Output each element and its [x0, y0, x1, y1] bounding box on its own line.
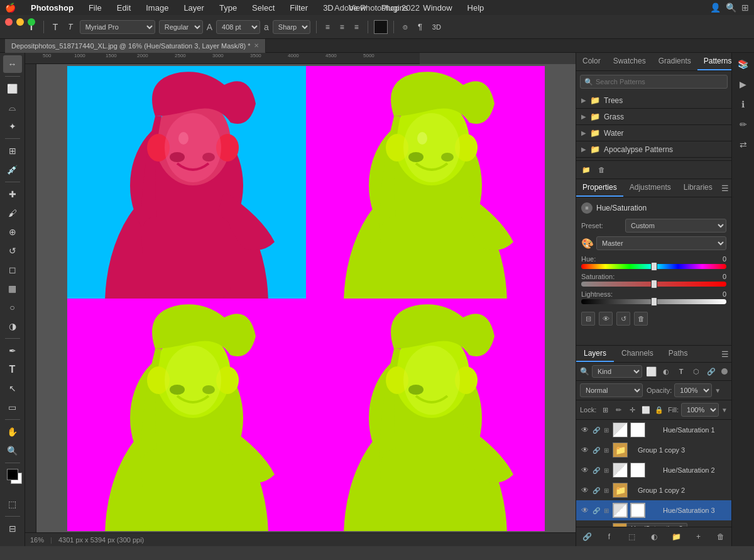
magic-wand-tool[interactable]: ✦ — [3, 118, 22, 135]
lock-all-button[interactable]: 🔒 — [654, 404, 664, 416]
align-left-button[interactable]: ≡ — [322, 21, 333, 33]
add-style-button[interactable]: f — [603, 530, 616, 544]
character-palette-button[interactable]: ¶ — [415, 20, 425, 33]
tab-paths[interactable]: Paths — [661, 346, 696, 362]
filter-shape-button[interactable]: ⬡ — [690, 365, 702, 378]
lock-move-button[interactable]: ✛ — [627, 404, 637, 416]
saturation-slider[interactable] — [581, 282, 726, 287]
3d-text-button[interactable]: 3D — [429, 21, 444, 33]
marquee-tool[interactable]: ⬜ — [3, 80, 22, 97]
filter-smart-button[interactable]: 🔗 — [705, 365, 718, 378]
layer-item[interactable]: 👁 🔗 ⊞ Hue/Saturation 3 Hue/Saturation 3 — [576, 500, 731, 520]
menu-edit[interactable]: Edit — [114, 2, 133, 14]
layer-visibility-toggle[interactable]: 👁 — [580, 505, 590, 515]
align-right-button[interactable]: ≡ — [351, 21, 362, 33]
align-center-button[interactable]: ≡ — [337, 21, 347, 33]
stamp-tool[interactable]: ⊕ — [3, 223, 22, 241]
layer-visibility-toggle[interactable]: 👁 — [580, 425, 590, 435]
layer-item[interactable]: 👁 🔗 ⊞ Hue/Saturation 2 — [576, 460, 731, 480]
filter-pixel-button[interactable]: ⬜ — [645, 365, 657, 378]
warp-text-button[interactable]: ⌾ — [400, 20, 411, 33]
layers-menu-button[interactable]: ☰ — [719, 346, 731, 362]
menu-window[interactable]: Window — [420, 2, 454, 14]
lock-position-button[interactable]: ✏ — [614, 404, 624, 416]
arrange-icon[interactable]: ⊞ — [741, 3, 749, 13]
new-adjustment-button[interactable]: ◐ — [647, 530, 661, 544]
clip-to-layer-button[interactable]: ⊟ — [581, 312, 595, 326]
delete-layer-button[interactable]: 🗑 — [714, 530, 728, 544]
move-tool[interactable]: ↔ — [3, 55, 22, 73]
layer-item[interactable]: 👁 🔗 ⊞ Hue/Saturation 1 — [576, 420, 731, 440]
document-tab[interactable]: Depositphotos_518717440_XL.jpg @ 16% (Hu… — [5, 39, 266, 53]
lock-artboard-button[interactable]: ⬜ — [641, 404, 651, 416]
font-style-button[interactable]: T — [65, 21, 75, 33]
path-select-tool[interactable]: ↖ — [3, 380, 22, 397]
tab-properties[interactable]: Properties — [576, 179, 623, 197]
screen-mode-button[interactable]: ⊟ — [3, 520, 22, 537]
layer-filter-select[interactable]: Kind — [592, 365, 642, 378]
tab-gradients[interactable]: Gradients — [652, 53, 697, 70]
lasso-tool[interactable]: ⌓ — [3, 99, 22, 116]
text-orient-button[interactable]: T — [50, 20, 62, 34]
eraser-tool[interactable]: ◻ — [3, 261, 22, 278]
text-color-swatch[interactable] — [374, 20, 388, 34]
tab-layers[interactable]: Layers — [576, 346, 614, 362]
expand-icon[interactable]: ⇄ — [735, 136, 752, 153]
menu-file[interactable]: File — [86, 2, 104, 14]
learn-icon[interactable]: 📚 — [735, 55, 752, 73]
patterns-new-folder[interactable]: 📁 — [580, 163, 593, 176]
crop-tool[interactable]: ⊞ — [3, 142, 22, 160]
edit-icon[interactable]: ✏ — [735, 116, 752, 133]
link-layers-button[interactable]: 🔗 — [580, 530, 594, 544]
tab-channels[interactable]: Channels — [614, 346, 661, 362]
info-icon[interactable]: ℹ — [735, 96, 752, 113]
zoom-button[interactable] — [28, 18, 35, 26]
filter-toggle[interactable] — [721, 368, 728, 375]
antialias-select[interactable]: Sharp — [273, 20, 310, 34]
props-menu-button[interactable]: ☰ — [719, 179, 731, 197]
shape-tool[interactable]: ▭ — [3, 398, 22, 416]
menu-photoshop[interactable]: Photoshop — [28, 2, 76, 14]
tab-swatches[interactable]: Swatches — [607, 53, 652, 70]
blend-mode-select[interactable]: Normal — [580, 383, 643, 397]
blur-tool[interactable]: ○ — [3, 299, 22, 316]
pattern-group-apocalypse-header[interactable]: ▶ 📁 Apocalypse Patterns — [576, 141, 731, 157]
quick-mask-button[interactable]: ⬚ — [3, 495, 22, 513]
user-icon[interactable]: 👤 — [710, 3, 721, 13]
search-input[interactable] — [580, 75, 728, 89]
pattern-group-trees-header[interactable]: ▶ 📁 Trees — [576, 92, 731, 108]
layer-item[interactable]: 👁 🔗 ⊞ 📁 Group 1 copy 2 — [576, 480, 731, 500]
filter-adjustment-button[interactable]: ◐ — [660, 365, 672, 378]
brush-tool[interactable]: 🖌 — [3, 204, 22, 222]
pattern-group-grass-header[interactable]: ▶ 📁 Grass — [576, 109, 731, 124]
hue-slider[interactable] — [581, 264, 726, 269]
tab-adjustments[interactable]: Adjustments — [623, 179, 677, 197]
channel-select[interactable]: Master — [596, 236, 726, 250]
menu-layer[interactable]: Layer — [181, 2, 207, 14]
menu-select[interactable]: Select — [249, 2, 277, 14]
layer-visibility-toggle[interactable]: 👁 — [580, 465, 590, 475]
font-style-select[interactable]: Regular — [159, 20, 203, 34]
eye-button[interactable]: 👁 — [599, 312, 613, 326]
new-layer-button[interactable]: + — [692, 530, 706, 544]
layer-visibility-toggle[interactable]: 👁 — [580, 445, 590, 455]
zoom-tool[interactable]: 🔍 — [3, 442, 22, 459]
canvas-viewport[interactable] — [36, 64, 576, 532]
new-group-button[interactable]: 📁 — [669, 530, 683, 544]
lock-pixel-button[interactable]: ⊞ — [600, 404, 610, 416]
foreground-color[interactable] — [7, 469, 18, 480]
play-icon[interactable]: ▶ — [735, 75, 752, 93]
add-mask-button[interactable]: ⬚ — [625, 530, 638, 544]
filter-type-button[interactable]: T — [675, 365, 687, 378]
menu-filter[interactable]: Filter — [287, 2, 310, 14]
tab-close-button[interactable]: ✕ — [254, 42, 259, 49]
search-icon[interactable]: 🔍 — [726, 3, 736, 13]
eyedropper-tool[interactable]: 💉 — [3, 161, 22, 178]
fill-select[interactable]: 100% — [681, 403, 719, 417]
lightness-slider[interactable] — [581, 299, 726, 304]
healing-tool[interactable]: ✚ — [3, 185, 22, 203]
hue-thumb[interactable] — [651, 262, 657, 271]
lightness-thumb[interactable] — [651, 297, 657, 306]
pen-tool[interactable]: ✒ — [3, 342, 22, 360]
font-size-select[interactable]: 408 pt — [216, 20, 260, 34]
